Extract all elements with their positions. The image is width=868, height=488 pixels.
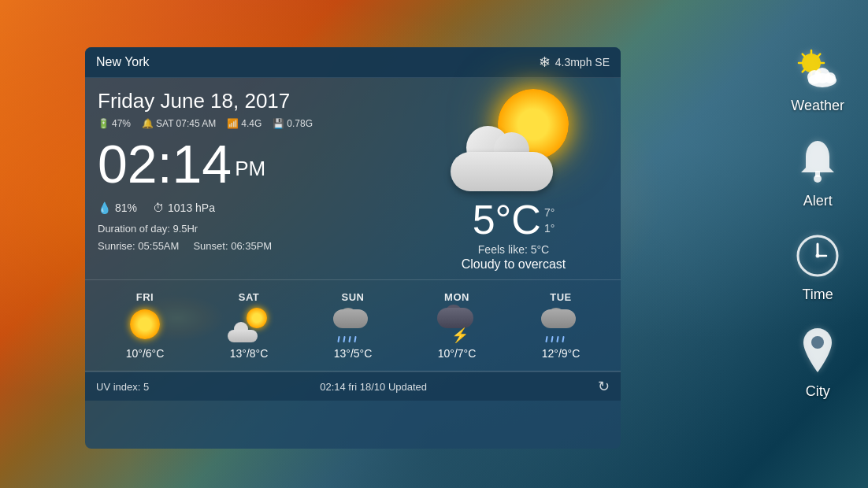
storage-status: 💾 0.78G	[273, 118, 313, 129]
weather-widget: New York ❄ 4.3mph SE Friday June 18, 201…	[85, 47, 621, 449]
sidebar-item-city[interactable]: City	[797, 327, 838, 400]
rain-drop-t2	[551, 336, 553, 342]
wind-icon: ❄	[539, 54, 551, 71]
mini-rain-cloud-body	[333, 309, 368, 328]
duration-label: Duration of day:	[98, 223, 170, 235]
sunset-value: 06:35PM	[231, 240, 272, 252]
battery-value: 47%	[112, 118, 131, 129]
sunset-label: Sunset:	[193, 240, 228, 252]
temp-current: 5°C	[473, 197, 541, 242]
forecast-day-name-fri: FRI	[136, 291, 154, 303]
svg-line-5	[803, 54, 805, 57]
wind-speed: 4.3mph SE	[555, 56, 610, 68]
sun-times-line: Sunrise: 05:55AM Sunset: 06:35PM	[98, 238, 411, 255]
forecast-day-mon: MON ⚡ 10°/7°C	[405, 288, 509, 363]
city-sidebar-icon	[797, 327, 838, 379]
forecast-temp-sat: 13°/8°C	[230, 347, 269, 360]
storage-icon: 💾	[273, 118, 284, 129]
sunrise-label: Sunrise:	[98, 240, 135, 252]
forecast-icon-sat	[228, 308, 270, 342]
rain-drop-2	[343, 336, 345, 342]
forecast-icon-sun	[332, 308, 374, 342]
alarm-status: 🔔 SAT 07:45 AM	[142, 118, 216, 129]
sunrise-value: 05:55AM	[138, 240, 179, 252]
widget-main: Friday June 18, 2017 🔋 47% 🔔 SAT 07:45 A…	[85, 78, 621, 279]
forecast-day-name-mon: MON	[444, 291, 469, 303]
mini-partly-icon	[228, 308, 270, 342]
forecast-day-fri: FRI 10°/6°C	[93, 288, 197, 363]
svg-point-19	[811, 336, 824, 349]
mini-cloud-body	[228, 330, 258, 342]
rain-drops-tue	[546, 336, 564, 342]
temp-main: 5°C7°1°	[473, 199, 555, 240]
svg-line-7	[818, 54, 821, 57]
uv-index: UV index: 5	[96, 381, 149, 393]
mini-rain-icon-sun	[332, 308, 374, 342]
mini-rain-icon-tue	[540, 308, 582, 342]
city-name: New York	[96, 55, 150, 69]
weather-sidebar-icon	[792, 47, 843, 93]
lightning-bolt-icon: ⚡	[451, 328, 469, 342]
rain-drop-1	[337, 336, 339, 342]
forecast-day-name-sun: SUN	[342, 291, 365, 303]
network-icon: 📶	[227, 118, 239, 129]
temp-range: 7°1°	[544, 205, 555, 236]
weather-stats: 💧 81% ⏱ 1013 hPa	[98, 201, 411, 214]
weather-condition: Cloudy to overcast	[462, 257, 566, 272]
forecast-temp-tue: 12°/9°C	[542, 347, 581, 360]
uv-index-value: 5	[143, 381, 149, 393]
feels-like: Feels like: 5°C	[478, 243, 549, 256]
network-status: 📶 4.4G	[227, 118, 262, 129]
date-line: Friday June 18, 2017	[98, 89, 411, 113]
mini-thunder-cloud	[437, 308, 473, 328]
widget-footer: UV index: 5 02:14 fri 18/10 Updated ↻	[85, 372, 621, 401]
right-sidebar: Weather Alert Time	[791, 47, 844, 400]
mini-cloud	[228, 323, 261, 342]
humidity-stat: 💧 81%	[98, 201, 137, 214]
mini-thunder-icon: ⚡	[436, 308, 478, 342]
mini-rain-cloud-body-tue	[541, 309, 576, 328]
temp-high: 7°	[544, 206, 555, 219]
forecast-day-sat: SAT 13°/8°C	[197, 288, 301, 363]
time-sidebar-icon	[795, 233, 840, 282]
forecast-day-sun: SUN 13°/5°C	[301, 288, 405, 363]
weather-icon-main	[451, 89, 577, 191]
sidebar-item-alert[interactable]: Alert	[796, 138, 839, 209]
sidebar-item-time[interactable]: Time	[795, 233, 840, 303]
sidebar-label-alert: Alert	[803, 193, 833, 209]
alarm-icon: 🔔	[142, 118, 154, 129]
svg-point-18	[816, 254, 820, 258]
right-panel: 5°C7°1° Feels like: 5°C Cloudy to overca…	[419, 89, 608, 272]
storage-value: 0.78G	[287, 118, 313, 129]
alert-sidebar-icon	[796, 138, 839, 188]
status-bar: 🔋 47% 🔔 SAT 07:45 AM 📶 4.4G 💾 0.78G	[98, 118, 411, 129]
rain-drop-t4	[562, 336, 564, 342]
forecast-day-tue: TUE 12°/9°C	[509, 288, 613, 363]
forecast-bar: FRI 10°/6°C SAT 13°/8°C SUN	[85, 280, 621, 371]
forecast-day-name-tue: TUE	[550, 291, 572, 303]
refresh-icon[interactable]: ↻	[598, 378, 610, 395]
pressure-stat: ⏱ 1013 hPa	[153, 201, 215, 214]
rain-drop-3	[348, 336, 351, 342]
sidebar-item-weather[interactable]: Weather	[791, 47, 844, 114]
mini-sun-icon	[130, 309, 160, 339]
forecast-icon-fri	[124, 308, 166, 342]
time-display: 02:14PM	[98, 137, 411, 190]
temp-low: 1°	[544, 222, 555, 235]
rain-drops	[338, 336, 356, 342]
humidity-icon: 💧	[98, 201, 111, 214]
sidebar-label-city: City	[806, 383, 830, 400]
updated-time: 02:14 fri 18/10 Updated	[320, 381, 427, 393]
rain-drop-t3	[556, 336, 558, 342]
battery-status: 🔋 47%	[98, 118, 131, 129]
uv-index-label: UV index:	[96, 381, 140, 393]
pressure-value: 1013 hPa	[168, 201, 215, 214]
info-lines: Duration of day: 9.5Hr Sunrise: 05:55AM …	[98, 220, 411, 255]
battery-icon: 🔋	[98, 118, 109, 129]
widget-header: New York ❄ 4.3mph SE	[85, 47, 621, 78]
svg-line-8	[803, 70, 805, 72]
forecast-temp-sun: 13°/5°C	[334, 347, 373, 360]
svg-point-12	[825, 72, 836, 83]
time-value: 02:14	[98, 134, 232, 194]
svg-rect-14	[815, 171, 820, 177]
